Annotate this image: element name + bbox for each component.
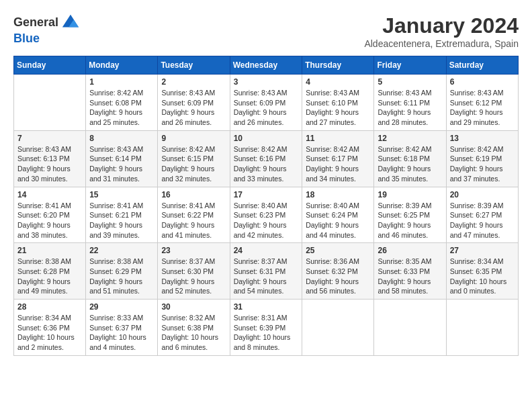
header-wednesday: Wednesday bbox=[230, 56, 302, 75]
day-info: Sunrise: 8:43 AM Sunset: 6:10 PM Dayligh… bbox=[306, 88, 370, 128]
day-info: Sunrise: 8:35 AM Sunset: 6:33 PM Dayligh… bbox=[378, 257, 442, 296]
day-info: Sunrise: 8:32 AM Sunset: 6:38 PM Dayligh… bbox=[161, 313, 226, 353]
day-number: 7 bbox=[17, 134, 82, 143]
day-number: 11 bbox=[306, 134, 370, 143]
day-cell: 7Sunrise: 8:43 AM Sunset: 6:13 PM Daylig… bbox=[14, 130, 86, 187]
header-sunday: Sunday bbox=[14, 56, 86, 75]
day-number: 10 bbox=[234, 134, 299, 143]
day-cell: 3Sunrise: 8:43 AM Sunset: 6:09 PM Daylig… bbox=[230, 75, 302, 131]
header-saturday: Saturday bbox=[446, 56, 518, 75]
day-number: 20 bbox=[450, 190, 515, 199]
day-cell: 18Sunrise: 8:40 AM Sunset: 6:24 PM Dayli… bbox=[302, 187, 374, 243]
day-cell: 11Sunrise: 8:42 AM Sunset: 6:17 PM Dayli… bbox=[302, 130, 374, 187]
day-cell: 12Sunrise: 8:42 AM Sunset: 6:18 PM Dayli… bbox=[374, 130, 446, 187]
day-number: 13 bbox=[450, 134, 515, 143]
day-info: Sunrise: 8:39 AM Sunset: 6:25 PM Dayligh… bbox=[378, 201, 442, 240]
day-info: Sunrise: 8:43 AM Sunset: 6:09 PM Dayligh… bbox=[234, 88, 299, 128]
location-text: Aldeacentenera, Extremadura, Spain bbox=[364, 38, 519, 49]
day-cell: 28Sunrise: 8:34 AM Sunset: 6:36 PM Dayli… bbox=[14, 300, 86, 356]
day-number: 31 bbox=[234, 302, 299, 312]
day-cell: 14Sunrise: 8:41 AM Sunset: 6:20 PM Dayli… bbox=[14, 187, 86, 243]
day-info: Sunrise: 8:37 AM Sunset: 6:31 PM Dayligh… bbox=[234, 257, 299, 296]
day-cell: 10Sunrise: 8:42 AM Sunset: 6:16 PM Dayli… bbox=[230, 130, 302, 187]
day-cell: 20Sunrise: 8:39 AM Sunset: 6:27 PM Dayli… bbox=[446, 187, 518, 243]
header-friday: Friday bbox=[374, 56, 446, 75]
day-info: Sunrise: 8:42 AM Sunset: 6:19 PM Dayligh… bbox=[450, 144, 515, 184]
week-row-1: 7Sunrise: 8:43 AM Sunset: 6:13 PM Daylig… bbox=[14, 130, 519, 187]
day-info: Sunrise: 8:42 AM Sunset: 6:15 PM Dayligh… bbox=[161, 144, 226, 184]
day-number: 3 bbox=[234, 77, 299, 87]
day-info: Sunrise: 8:31 AM Sunset: 6:39 PM Dayligh… bbox=[234, 313, 299, 353]
day-number: 22 bbox=[89, 246, 154, 255]
day-number: 1 bbox=[89, 77, 154, 87]
day-info: Sunrise: 8:43 AM Sunset: 6:11 PM Dayligh… bbox=[378, 88, 442, 128]
day-number: 4 bbox=[306, 77, 370, 87]
day-number: 15 bbox=[89, 190, 154, 199]
day-cell: 4Sunrise: 8:43 AM Sunset: 6:10 PM Daylig… bbox=[302, 75, 374, 131]
day-info: Sunrise: 8:36 AM Sunset: 6:32 PM Dayligh… bbox=[306, 257, 370, 296]
day-number: 9 bbox=[161, 134, 226, 143]
day-info: Sunrise: 8:43 AM Sunset: 6:14 PM Dayligh… bbox=[89, 144, 154, 184]
day-cell: 1Sunrise: 8:42 AM Sunset: 6:08 PM Daylig… bbox=[86, 75, 158, 131]
day-info: Sunrise: 8:42 AM Sunset: 6:18 PM Dayligh… bbox=[378, 144, 442, 184]
day-number: 8 bbox=[89, 134, 154, 143]
day-cell: 25Sunrise: 8:36 AM Sunset: 6:32 PM Dayli… bbox=[302, 243, 374, 300]
day-number: 28 bbox=[17, 302, 82, 312]
day-number: 25 bbox=[306, 246, 370, 255]
header-monday: Monday bbox=[86, 56, 158, 75]
day-number: 16 bbox=[161, 190, 226, 199]
day-info: Sunrise: 8:42 AM Sunset: 6:17 PM Dayligh… bbox=[306, 144, 370, 184]
week-row-0: 1Sunrise: 8:42 AM Sunset: 6:08 PM Daylig… bbox=[14, 75, 519, 131]
day-cell: 23Sunrise: 8:37 AM Sunset: 6:30 PM Dayli… bbox=[158, 243, 230, 300]
day-info: Sunrise: 8:43 AM Sunset: 6:13 PM Dayligh… bbox=[17, 144, 82, 184]
day-cell: 29Sunrise: 8:33 AM Sunset: 6:37 PM Dayli… bbox=[86, 300, 158, 356]
day-cell: 30Sunrise: 8:32 AM Sunset: 6:38 PM Dayli… bbox=[158, 300, 230, 356]
day-info: Sunrise: 8:42 AM Sunset: 6:16 PM Dayligh… bbox=[234, 144, 299, 184]
header-thursday: Thursday bbox=[302, 56, 374, 75]
day-cell bbox=[374, 300, 446, 356]
day-number: 27 bbox=[450, 246, 515, 255]
day-cell: 24Sunrise: 8:37 AM Sunset: 6:31 PM Dayli… bbox=[230, 243, 302, 300]
logo: General Blue bbox=[13, 13, 80, 46]
day-info: Sunrise: 8:40 AM Sunset: 6:23 PM Dayligh… bbox=[234, 201, 299, 240]
day-info: Sunrise: 8:33 AM Sunset: 6:37 PM Dayligh… bbox=[89, 313, 154, 353]
header-tuesday: Tuesday bbox=[158, 56, 230, 75]
day-cell bbox=[14, 75, 86, 131]
day-number: 6 bbox=[450, 77, 515, 87]
title-section: January 2024 Aldeacentenera, Extremadura… bbox=[364, 13, 519, 49]
day-info: Sunrise: 8:38 AM Sunset: 6:29 PM Dayligh… bbox=[89, 257, 154, 296]
day-number: 14 bbox=[17, 190, 82, 199]
page-header: General Blue January 2024 Aldeacentenera… bbox=[13, 13, 519, 49]
day-info: Sunrise: 8:37 AM Sunset: 6:30 PM Dayligh… bbox=[161, 257, 226, 296]
day-number: 30 bbox=[161, 302, 226, 312]
day-cell: 26Sunrise: 8:35 AM Sunset: 6:33 PM Dayli… bbox=[374, 243, 446, 300]
day-number: 24 bbox=[234, 246, 299, 255]
day-number: 5 bbox=[378, 77, 442, 87]
day-number: 23 bbox=[161, 246, 226, 255]
day-cell: 15Sunrise: 8:41 AM Sunset: 6:21 PM Dayli… bbox=[86, 187, 158, 243]
day-info: Sunrise: 8:34 AM Sunset: 6:35 PM Dayligh… bbox=[450, 257, 515, 296]
day-cell: 8Sunrise: 8:43 AM Sunset: 6:14 PM Daylig… bbox=[86, 130, 158, 187]
day-cell bbox=[446, 300, 518, 356]
day-cell: 2Sunrise: 8:43 AM Sunset: 6:09 PM Daylig… bbox=[158, 75, 230, 131]
day-cell: 31Sunrise: 8:31 AM Sunset: 6:39 PM Dayli… bbox=[230, 300, 302, 356]
week-row-2: 14Sunrise: 8:41 AM Sunset: 6:20 PM Dayli… bbox=[14, 187, 519, 243]
day-number: 29 bbox=[89, 302, 154, 312]
day-number: 21 bbox=[17, 246, 82, 255]
day-cell: 22Sunrise: 8:38 AM Sunset: 6:29 PM Dayli… bbox=[86, 243, 158, 300]
day-cell: 13Sunrise: 8:42 AM Sunset: 6:19 PM Dayli… bbox=[446, 130, 518, 187]
logo-blue-text: Blue bbox=[13, 32, 80, 46]
day-info: Sunrise: 8:38 AM Sunset: 6:28 PM Dayligh… bbox=[17, 257, 82, 296]
day-info: Sunrise: 8:34 AM Sunset: 6:36 PM Dayligh… bbox=[17, 313, 82, 353]
day-info: Sunrise: 8:43 AM Sunset: 6:12 PM Dayligh… bbox=[450, 88, 515, 128]
day-info: Sunrise: 8:40 AM Sunset: 6:24 PM Dayligh… bbox=[306, 201, 370, 240]
week-row-4: 28Sunrise: 8:34 AM Sunset: 6:36 PM Dayli… bbox=[14, 300, 519, 356]
day-number: 19 bbox=[378, 190, 442, 199]
day-number: 12 bbox=[378, 134, 442, 143]
day-info: Sunrise: 8:39 AM Sunset: 6:27 PM Dayligh… bbox=[450, 201, 515, 240]
day-cell: 27Sunrise: 8:34 AM Sunset: 6:35 PM Dayli… bbox=[446, 243, 518, 300]
day-cell: 21Sunrise: 8:38 AM Sunset: 6:28 PM Dayli… bbox=[14, 243, 86, 300]
logo-icon bbox=[61, 13, 80, 32]
day-info: Sunrise: 8:41 AM Sunset: 6:22 PM Dayligh… bbox=[161, 201, 226, 240]
day-number: 18 bbox=[306, 190, 370, 199]
